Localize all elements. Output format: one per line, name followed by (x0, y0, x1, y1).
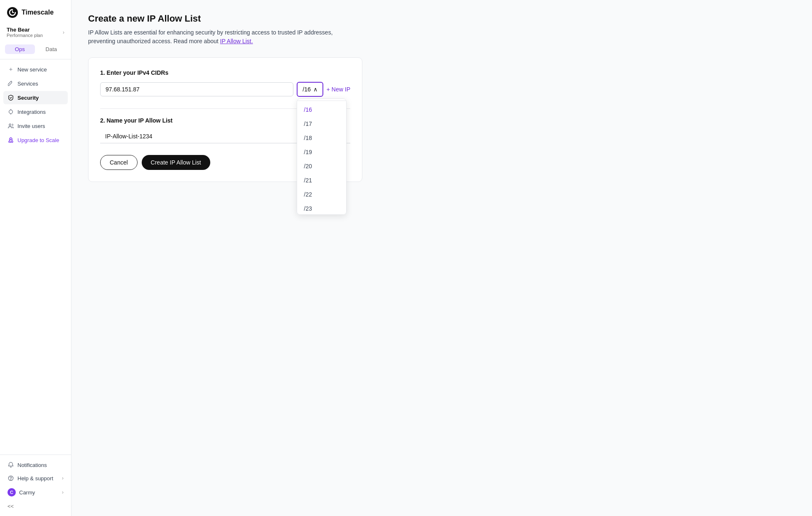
project-plan: Performance plan (7, 33, 43, 38)
new-ip-label: + New IP (327, 86, 350, 93)
sidebar-nav: ＋ New service Services Security (0, 61, 71, 455)
page-description: IP Allow Lists are essential for enhanci… (88, 28, 354, 46)
page-title: Create a new IP Allow List (88, 13, 795, 24)
cidr-option-19[interactable]: /19 (297, 145, 346, 159)
sidebar-item-integrations-label: Integrations (17, 109, 46, 115)
cidr-dropdown-container: /16 ∧ /16 /17 /18 /19 /20 /21 /22 /23 (297, 82, 323, 97)
tab-ops[interactable]: Ops (5, 44, 35, 54)
cidr-dropdown-menu: /16 /17 /18 /19 /20 /21 /22 /23 (297, 98, 347, 215)
sidebar-bottom: Notifications Help & support › C Carmy ›… (0, 455, 71, 516)
cidr-option-21[interactable]: /21 (297, 173, 346, 187)
form-card: 1. Enter your IPv4 CIDRs /16 ∧ /16 /17 /… (88, 57, 362, 182)
sidebar-item-invite-users-label: Invite users (17, 123, 45, 129)
sidebar-item-services[interactable]: Services (3, 77, 68, 90)
cidr-option-16[interactable]: /16 (297, 103, 346, 117)
cidr-option-22[interactable]: /22 (297, 187, 346, 201)
sidebar-item-security[interactable]: Security (3, 91, 68, 104)
circle-question-icon (7, 475, 14, 482)
cidr-select-button[interactable]: /16 ∧ (297, 82, 323, 97)
sidebar-item-new-service[interactable]: ＋ New service (3, 63, 68, 76)
sidebar-divider-top (0, 59, 71, 59)
ip-row: /16 ∧ /16 /17 /18 /19 /20 /21 /22 /23 (100, 82, 350, 97)
tab-data[interactable]: Data (37, 44, 66, 54)
help-chevron-icon: › (62, 475, 64, 481)
svg-point-5 (11, 479, 11, 480)
sidebar-item-invite-users[interactable]: Invite users (3, 119, 68, 133)
cidr-option-18[interactable]: /18 (297, 131, 346, 145)
collapse-icon: << (7, 503, 14, 509)
page-description-text: IP Allow Lists are essential for enhanci… (88, 29, 333, 44)
wrench-icon (7, 80, 14, 87)
plug-icon (7, 108, 14, 115)
chevron-right-icon: › (63, 29, 64, 35)
ip-allow-list-link[interactable]: IP Allow List. (220, 38, 253, 44)
user-chevron-icon: › (62, 489, 64, 495)
cancel-button[interactable]: Cancel (100, 155, 138, 170)
bell-icon (7, 462, 14, 468)
chevron-up-icon: ∧ (313, 86, 317, 93)
sidebar-item-user[interactable]: C Carmy › (3, 485, 68, 500)
sidebar-item-help[interactable]: Help & support › (3, 472, 68, 485)
sidebar-item-security-label: Security (17, 95, 39, 101)
sidebar-item-notifications[interactable]: Notifications (3, 458, 68, 472)
sidebar-item-upgrade-label: Upgrade to Scale (17, 137, 59, 143)
cidr-option-23[interactable]: /23 (297, 201, 346, 215)
main-content: Create a new IP Allow List IP Allow List… (71, 0, 812, 516)
sidebar-item-help-label: Help & support (17, 475, 53, 482)
avatar: C (7, 488, 16, 496)
sidebar: Timescale The Bear Performance plan › Op… (0, 0, 71, 516)
cidr-selected-value: /16 (303, 86, 310, 93)
project-name: The Bear (7, 27, 43, 33)
shield-icon (7, 94, 14, 101)
sidebar-item-services-label: Services (17, 81, 38, 87)
sidebar-item-new-service-label: New service (17, 66, 47, 73)
project-info: The Bear Performance plan (7, 27, 43, 38)
section1-title: 1. Enter your IPv4 CIDRs (100, 69, 350, 76)
sidebar-collapse-button[interactable]: << (3, 500, 68, 513)
sidebar-item-notifications-label: Notifications (17, 462, 47, 468)
logo[interactable]: Timescale (0, 0, 71, 23)
create-button[interactable]: Create IP Allow List (142, 155, 210, 170)
ip-input[interactable] (100, 82, 293, 96)
new-ip-button[interactable]: + New IP (327, 84, 350, 94)
sidebar-item-user-label: Carmy (19, 489, 35, 496)
form-section-cidr: 1. Enter your IPv4 CIDRs /16 ∧ /16 /17 /… (100, 69, 350, 97)
plus-icon: ＋ (7, 66, 14, 73)
cidr-option-17[interactable]: /17 (297, 117, 346, 131)
sidebar-item-upgrade[interactable]: Upgrade to Scale (3, 133, 68, 147)
svg-point-1 (9, 110, 13, 114)
project-selector[interactable]: The Bear Performance plan › (0, 23, 71, 41)
dropdown-divider-top (297, 101, 346, 101)
sidebar-tabs: Ops Data (0, 41, 71, 57)
users-icon (7, 123, 14, 129)
cidr-option-20[interactable]: /20 (297, 159, 346, 173)
svg-point-2 (9, 124, 11, 125)
sidebar-item-integrations[interactable]: Integrations (3, 105, 68, 118)
svg-point-3 (10, 139, 12, 140)
timescale-logo-icon (7, 7, 18, 18)
logo-text: Timescale (22, 9, 54, 16)
rocket-icon (7, 137, 14, 143)
